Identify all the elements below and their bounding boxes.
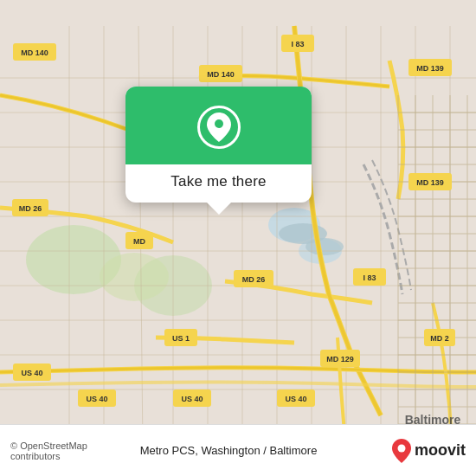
svg-text:MD 140: MD 140 (207, 70, 235, 79)
moovit-logo[interactable]: moovit (392, 439, 466, 463)
svg-text:MD 26: MD 26 (19, 204, 42, 213)
copyright-text: © OpenStreetMap contributors (10, 441, 137, 461)
svg-text:MD 139: MD 139 (416, 64, 444, 73)
svg-text:US 40: US 40 (285, 395, 306, 403)
take-me-there-button[interactable]: Take me there (170, 173, 266, 190)
location-pin-icon (197, 106, 241, 149)
bottom-bar: © OpenStreetMap contributors Metro PCS, … (0, 424, 476, 476)
popup-bottom: Take me there (157, 164, 280, 203)
svg-text:US 40: US 40 (21, 369, 42, 377)
svg-text:US 1: US 1 (172, 334, 190, 343)
svg-point-87 (215, 119, 223, 128)
location-title: Metro PCS, Washington / Baltimore (137, 444, 392, 457)
svg-text:MD 139: MD 139 (416, 178, 444, 187)
moovit-text: moovit (415, 441, 466, 460)
svg-text:MD 129: MD 129 (326, 355, 354, 363)
svg-text:US 40: US 40 (181, 395, 203, 403)
svg-point-88 (397, 444, 405, 452)
svg-text:MD 140: MD 140 (21, 48, 48, 57)
svg-text:I 83: I 83 (291, 40, 304, 48)
svg-text:I 83: I 83 (363, 273, 376, 282)
svg-text:MD 2: MD 2 (430, 334, 449, 343)
svg-text:US 40: US 40 (86, 395, 107, 403)
svg-point-5 (100, 253, 169, 301)
svg-text:MD 26: MD 26 (242, 275, 266, 284)
map-background: MD 140 MD 140 MD 139 MD 139 MD 26 MD MD … (0, 0, 476, 476)
popup-top (125, 87, 312, 164)
map-container: MD 140 MD 140 MD 139 MD 139 MD 26 MD MD … (0, 0, 476, 476)
popup-card: Take me there (125, 87, 312, 203)
svg-text:MD: MD (133, 237, 145, 246)
moovit-pin-icon (392, 439, 411, 463)
